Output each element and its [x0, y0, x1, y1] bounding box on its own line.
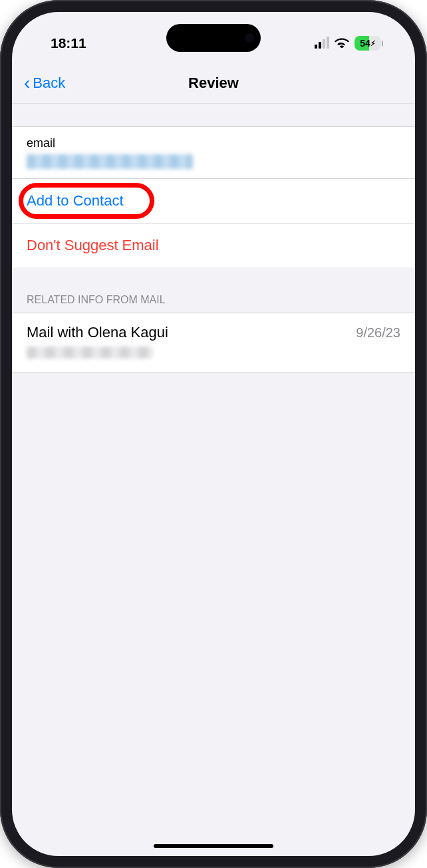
status-time: 18:11: [51, 35, 86, 51]
phone-frame: 18:11 54⚡︎ ‹ Back: [0, 0, 427, 868]
content: email Add to Contact Don't Suggest Email…: [12, 126, 415, 372]
email-label: email: [27, 136, 400, 150]
nav-bar: ‹ Back Review: [12, 63, 415, 104]
email-info-row[interactable]: email: [12, 126, 415, 179]
battery-icon: 54⚡︎: [355, 36, 383, 51]
wifi-icon: [335, 37, 349, 50]
related-mail-item[interactable]: Mail with Olena Kagui 9/26/23: [12, 313, 415, 372]
back-button[interactable]: ‹ Back: [24, 74, 65, 92]
back-label: Back: [33, 74, 65, 92]
related-section-header: RELATED INFO FROM MAIL: [12, 267, 415, 313]
cellular-signal-icon: [315, 38, 329, 49]
email-value-redacted: [27, 154, 193, 169]
mail-snippet-redacted: [27, 347, 153, 359]
mail-title: Mail with Olena Kagui: [27, 324, 168, 341]
page-title: Review: [188, 74, 239, 92]
battery-percent: 54: [360, 38, 370, 49]
screen: 18:11 54⚡︎ ‹ Back: [12, 12, 415, 856]
add-to-contact-button[interactable]: Add to Contact: [12, 179, 415, 223]
dynamic-island: [166, 24, 261, 52]
dont-suggest-email-button[interactable]: Don't Suggest Email: [12, 223, 415, 267]
chevron-left-icon: ‹: [24, 74, 30, 92]
mail-date: 9/26/23: [356, 325, 400, 341]
home-indicator[interactable]: [154, 844, 273, 848]
